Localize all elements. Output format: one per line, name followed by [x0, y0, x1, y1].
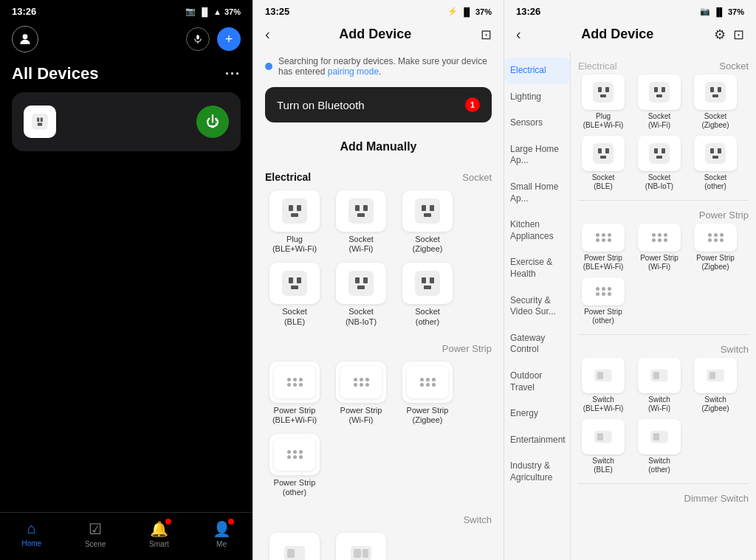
header-actions: + — [186, 27, 241, 51]
socket-ble-icon — [269, 263, 320, 304]
power-strip-grid-1: Power Strip(BLE+Wi-Fi) Power Strip(Wi-Fi… — [265, 357, 492, 429]
add-device-button[interactable]: + — [217, 27, 241, 51]
sidebar-exercise[interactable]: Exercise & Health — [504, 249, 570, 287]
mic-button[interactable] — [186, 27, 210, 51]
device-socket-zigbee[interactable]: Socket(Zigbee) — [398, 190, 457, 254]
device-socket-nbiot[interactable]: Socket(NB-IoT) — [331, 263, 391, 326]
status-bar-p3: 13:26 📷 ▐▌ 37% — [504, 0, 756, 20]
all-devices-label: All Devices — [12, 64, 98, 83]
pairing-mode-link[interactable]: pairing mode — [328, 66, 379, 77]
device-category-list: Electrical Socket Plug(BLE+Wi-Fi) Socket… — [253, 165, 504, 560]
p3-switch-ble-wifi[interactable]: Switch(BLE+Wi-Fi) — [578, 358, 628, 413]
divider-1 — [578, 200, 749, 201]
nav-home[interactable]: ⌂ Home — [21, 520, 41, 548]
device-icon — [24, 106, 56, 138]
p3-strip-zigbee[interactable]: Power Strip(Zigbee) — [690, 224, 740, 272]
p3-plug-label: Plug(BLE+Wi-Fi) — [583, 112, 624, 130]
device-strip-ble-wifi[interactable]: Power Strip(BLE+Wi-Fi) — [265, 362, 324, 425]
p3-strip-ble-label: Power Strip(BLE+Wi-Fi) — [583, 254, 624, 272]
search-info: Searching for nearby devices. Make sure … — [253, 52, 504, 84]
time-p2: 13:25 — [265, 6, 289, 17]
p3-socket-ble-label: Socket(BLE) — [592, 173, 615, 191]
nav-scene[interactable]: ☑ Scene — [85, 520, 106, 548]
back-button-p2[interactable]: ‹ — [265, 26, 270, 43]
power-button[interactable]: ⏻ — [196, 106, 229, 138]
svg-rect-8 — [287, 549, 295, 558]
svg-rect-10 — [354, 549, 361, 558]
panel-add-device-right: 13:26 📷 ▐▌ 37% ‹ Add Device ⚙ ⊡ Electric… — [504, 0, 756, 560]
search-text: Searching for nearby devices. Make sure … — [278, 56, 487, 77]
panel2-topbar: ‹ Add Device ⊡ — [253, 20, 504, 52]
panel3-title: Add Device — [581, 27, 653, 42]
device-plug-ble-wifi[interactable]: Plug(BLE+Wi-Fi) — [265, 190, 324, 254]
p3-strip-other-icon — [582, 277, 625, 305]
p3-switch-other[interactable]: Switch(other) — [634, 419, 684, 474]
bt-icon-p2: ⚡ — [447, 7, 458, 16]
sidebar-kitchen[interactable]: Kitchen Appliances — [504, 212, 570, 249]
sidebar-gateway[interactable]: Gateway Control — [504, 325, 570, 363]
svg-rect-3 — [32, 114, 48, 130]
socket-nbiot-label: Socket(NB-IoT) — [346, 307, 377, 326]
expand-button-p2[interactable]: ⊡ — [481, 27, 492, 43]
device-strip-zigbee[interactable]: Power Strip(Zigbee) — [398, 362, 457, 425]
sidebar-outdoor[interactable]: Outdoor Travel — [504, 363, 570, 401]
socket-ble-label: Socket(BLE) — [282, 307, 307, 326]
nav-smart-label: Smart — [149, 540, 169, 548]
device-switch-2[interactable]: Switch — [331, 533, 391, 561]
device-switch-1[interactable]: Switch — [265, 533, 324, 561]
p3-socket-zigbee[interactable]: Socket(Zigbee) — [690, 75, 740, 130]
status-bar-p1: 13:26 📷 ▐▌ ▲ 37% — [0, 0, 252, 20]
device-socket-ble[interactable]: Socket(BLE) — [265, 263, 324, 326]
p3-strip-wifi[interactable]: Power Strip(Wi-Fi) — [634, 224, 684, 272]
avatar[interactable] — [12, 26, 38, 52]
bluetooth-toggle-row[interactable]: Turn on Bluetooth 1 — [265, 87, 492, 122]
nav-me[interactable]: 👤 Me — [213, 520, 231, 548]
p3-strip-ble[interactable]: Power Strip(BLE+Wi-Fi) — [578, 224, 628, 272]
device-card[interactable]: ⏻ — [12, 92, 241, 151]
device-socket-other[interactable]: Socket(other) — [398, 263, 457, 326]
sidebar-industry[interactable]: Industry & Agriculture — [504, 453, 570, 491]
sidebar-sensors[interactable]: Sensors — [504, 110, 570, 136]
nav-smart[interactable]: 🔔 Smart — [149, 520, 169, 548]
more-menu-button[interactable]: ··· — [225, 66, 241, 82]
p3-socket-grid: Plug(BLE+Wi-Fi) Socket(Wi-Fi) Socket(Zig… — [578, 75, 749, 197]
p3-switch-sublabel: Switch — [721, 344, 749, 355]
p3-socket-nbiot[interactable]: Socket(NB-IoT) — [634, 136, 684, 191]
strip-wifi-label: Power Strip(Wi-Fi) — [340, 406, 382, 425]
sidebar-entertainment[interactable]: Entertainment — [504, 427, 570, 454]
sidebar-energy[interactable]: Energy — [504, 401, 570, 427]
sidebar-security[interactable]: Security & Video Sur... — [504, 288, 570, 325]
sidebar-lighting[interactable]: Lighting — [504, 84, 570, 111]
camera-icon: 📷 — [185, 7, 196, 16]
p3-switch-wifi[interactable]: Switch(Wi-Fi) — [634, 358, 684, 413]
p3-socket-label: Socket — [719, 61, 749, 72]
p3-switch-ble[interactable]: Switch(BLE) — [578, 419, 628, 474]
socket-other-label: Socket(other) — [415, 307, 440, 326]
p3-socket-wifi[interactable]: Socket(Wi-Fi) — [634, 75, 684, 130]
expand-button-p3[interactable]: ⊡ — [733, 27, 744, 43]
p3-strip-other[interactable]: Power Strip(other) — [578, 277, 628, 325]
socket-sublabel: Socket — [462, 172, 492, 183]
sidebar-large-home[interactable]: Large Home Ap... — [504, 136, 570, 174]
p3-switch-other-label: Switch(other) — [648, 457, 670, 474]
electrical-header: Electrical Socket — [265, 165, 492, 186]
device-strip-other[interactable]: Power Strip(other) — [265, 434, 324, 497]
p3-plug-ble[interactable]: Plug(BLE+Wi-Fi) — [578, 75, 628, 130]
back-button-p3[interactable]: ‹ — [516, 26, 521, 43]
sidebar-electrical[interactable]: Electrical — [504, 58, 570, 84]
switch-grid: Switch Switch — [265, 528, 492, 561]
device-strip-wifi[interactable]: Power Strip(Wi-Fi) — [331, 362, 391, 425]
svg-rect-17 — [709, 372, 715, 379]
p3-switch-zigbee[interactable]: Switch(Zigbee) — [690, 358, 740, 413]
settings-button-p3[interactable]: ⚙ — [714, 27, 726, 43]
p3-switch-ble2-icon — [582, 419, 625, 454]
p3-socket-zigbee-label: Socket(Zigbee) — [701, 112, 729, 130]
sidebar-small-home[interactable]: Small Home Ap... — [504, 174, 570, 212]
electrical-label: Electrical — [265, 171, 311, 183]
device-socket-wifi[interactable]: Socket(Wi-Fi) — [331, 190, 391, 254]
p3-socket-header: Electrical Socket — [578, 58, 749, 75]
wifi-icon: ▲ — [213, 7, 221, 16]
p3-socket-other[interactable]: Socket(other) — [690, 136, 740, 191]
p3-socket-ble[interactable]: Socket(BLE) — [578, 136, 628, 191]
socket-zigbee-icon — [402, 190, 453, 232]
